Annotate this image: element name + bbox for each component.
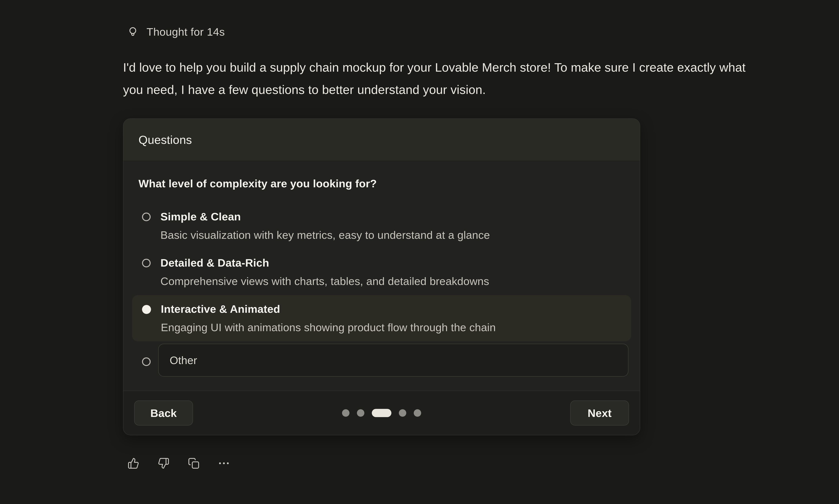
assistant-message-text: I'd love to help you build a supply chai…: [123, 56, 756, 101]
pagination-dot-1[interactable]: [342, 409, 349, 417]
copy-button[interactable]: [188, 457, 200, 469]
thumbs-up-icon: [127, 457, 139, 469]
thinking-duration-label: Thought for 14s: [146, 25, 225, 38]
questions-card: Questions What level of complexity are y…: [123, 119, 640, 435]
pagination-dot-5[interactable]: [414, 409, 421, 417]
other-option-input[interactable]: [158, 344, 628, 377]
radio-icon[interactable]: [142, 259, 151, 267]
question-text: What level of complexity are you looking…: [139, 177, 625, 190]
more-options-button[interactable]: [218, 457, 230, 469]
option-label: Detailed & Data-Rich: [160, 256, 625, 270]
option-description: Basic visualization with key metrics, ea…: [160, 228, 625, 242]
thinking-summary[interactable]: Thought for 14s: [126, 25, 766, 38]
thumbs-down-icon: [158, 457, 170, 469]
message-actions: [127, 457, 766, 469]
radio-icon-selected[interactable]: [142, 305, 151, 314]
option-description: Engaging UI with animations showing prod…: [161, 320, 625, 335]
back-button[interactable]: Back: [134, 400, 193, 426]
assistant-message-block: Thought for 14s I'd love to help you bui…: [123, 25, 766, 469]
questions-card-header: Questions: [123, 119, 640, 161]
card-title: Questions: [139, 133, 192, 147]
option-detailed-data-rich[interactable]: Detailed & Data-Rich Comprehensive views…: [132, 249, 631, 295]
pagination-dot-4[interactable]: [399, 409, 406, 417]
copy-icon: [188, 457, 199, 469]
pagination-dot-3-active[interactable]: [372, 409, 391, 417]
radio-icon[interactable]: [142, 213, 151, 221]
lightbulb-icon: [126, 25, 139, 38]
thumbs-up-button[interactable]: [127, 457, 139, 469]
option-interactive-animated[interactable]: Interactive & Animated Engaging UI with …: [132, 295, 631, 341]
option-description: Comprehensive views with charts, tables,…: [160, 274, 625, 288]
pagination-dot-2[interactable]: [357, 409, 364, 417]
thumbs-down-button[interactable]: [157, 457, 170, 469]
more-options-icon: [218, 457, 230, 469]
pagination-dots: [342, 409, 421, 417]
questions-card-body: What level of complexity are you looking…: [123, 161, 640, 391]
next-button[interactable]: Next: [570, 400, 629, 426]
option-simple-clean[interactable]: Simple & Clean Basic visualization with …: [132, 203, 631, 249]
radio-icon[interactable]: [142, 357, 151, 366]
option-label: Simple & Clean: [160, 210, 625, 224]
option-other[interactable]: [132, 344, 631, 377]
questions-card-footer: Back Next: [123, 391, 640, 435]
option-label: Interactive & Animated: [161, 302, 625, 316]
